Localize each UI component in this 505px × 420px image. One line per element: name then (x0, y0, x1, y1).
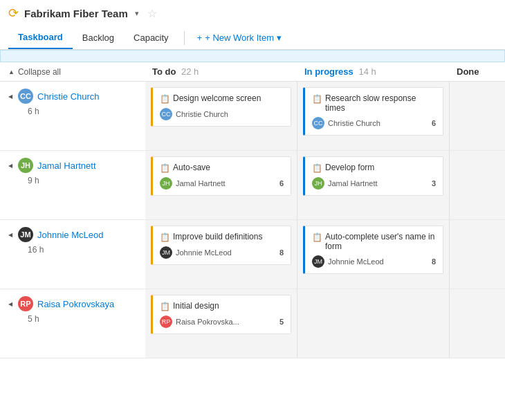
card-title: 📋 Improve build definitions (160, 232, 284, 242)
card-footer: JM Johnnie McLeod 8 (312, 255, 436, 268)
card-footer: RP Raisa Pokrovska... 5 (160, 316, 284, 328)
task-icon: 📋 (160, 302, 170, 311)
person-row-christie: ◀ CC Christie Church 6 h 📋 Design welcom… (0, 82, 505, 151)
card-footer: JH Jamal Hartnett 3 (312, 177, 436, 190)
todo-cell-raisa: 📋 Initial design RP Raisa Pokrovska... 5 (145, 289, 297, 358)
team-chevron-icon[interactable]: ▾ (135, 9, 139, 18)
card-title-text: Improve build definitions (173, 232, 262, 241)
assignee-avatar: JH (312, 177, 324, 190)
tab-backlog[interactable]: Backlog (73, 27, 124, 48)
person-name-raisa[interactable]: Raisa Pokrovskaya (37, 299, 114, 309)
inprogress-hours: 14 h (358, 66, 376, 77)
inprogress-cell-jamal: 📋 Develop form JH Jamal Hartnett 3 (297, 151, 450, 219)
new-work-item-label: + New Work Item (205, 33, 274, 43)
card-inprogress-jamal[interactable]: 📋 Develop form JH Jamal Hartnett 3 (303, 156, 443, 196)
assignee-name: Johnnie McLeod (328, 257, 384, 266)
person-expand-icon-raisa[interactable]: ◀ (8, 301, 12, 307)
card-title: 📋 Auto-complete user's name in form (312, 232, 436, 251)
person-name-christie[interactable]: Christie Church (37, 91, 100, 102)
todo-cell-jamal: 📋 Auto-save JH Jamal Hartnett 6 (145, 151, 297, 219)
task-icon: 📋 (312, 163, 322, 173)
person-cell-johnnie: ◀ JM Johnnie McLeod 16 h (0, 220, 145, 289)
team-icon: ⟳ (8, 6, 19, 21)
person-name-jamal[interactable]: Jamal Hartnett (37, 161, 96, 171)
done-cell-raisa (450, 289, 505, 358)
person-expand-icon-christie[interactable]: ◀ (8, 93, 12, 100)
person-avatar-raisa: RP (18, 296, 33, 311)
person-info-christie: ◀ CC Christie Church (8, 89, 137, 104)
board-header: ▲ Collapse all To do 22 h In progress 14… (0, 62, 505, 82)
person-row-johnnie: ◀ JM Johnnie McLeod 16 h 📋 Improve build… (0, 220, 505, 289)
card-footer: JM Johnnie McLeod 8 (160, 246, 284, 259)
inprogress-cell-christie: 📋 Research slow response times CC Christ… (297, 82, 450, 150)
collapse-all-label[interactable]: Collapse all (18, 67, 61, 77)
assignee-avatar: JM (312, 255, 324, 268)
assignee-name: Jamal Hartnett (176, 179, 226, 188)
card-title-text: Auto-save (173, 163, 210, 172)
assignee-name: Christie Church (176, 110, 228, 118)
card-title: 📋 Research slow response times (312, 93, 436, 113)
top-bar: ⟳ Fabrikam Fiber Team ▾ ☆ (0, 0, 505, 26)
card-hours: 5 (279, 318, 284, 326)
tab-taskboard[interactable]: Taskboard (8, 26, 73, 49)
person-hours-johnnie: 16 h (8, 245, 137, 255)
assignee-name: Jamal Hartnett (328, 179, 378, 188)
person-hours-raisa: 5 h (8, 314, 137, 324)
card-assignee: RP Raisa Pokrovska... (160, 316, 239, 328)
assignee-avatar: CC (312, 117, 324, 129)
card-assignee: CC Christie Church (160, 108, 228, 120)
card-footer: JH Jamal Hartnett 6 (160, 177, 284, 190)
task-icon: 📋 (160, 232, 170, 242)
card-todo-jamal[interactable]: 📋 Auto-save JH Jamal Hartnett 6 (151, 156, 291, 196)
person-expand-icon-johnnie[interactable]: ◀ (8, 232, 12, 238)
done-cell-christie (450, 82, 505, 150)
card-hours: 6 (279, 179, 284, 188)
task-icon: 📋 (160, 94, 170, 104)
card-assignee: JH Jamal Hartnett (312, 177, 378, 190)
col-header-done: Done (450, 62, 505, 81)
card-hours: 6 (432, 119, 436, 127)
person-info-johnnie: ◀ JM Johnnie McLeod (8, 227, 137, 242)
card-title-text: Initial design (173, 301, 219, 311)
task-icon: 📋 (160, 163, 170, 173)
nav-bar: Taskboard Backlog Capacity + + New Work … (0, 26, 505, 50)
info-bar (0, 50, 505, 62)
inprogress-cell-raisa (297, 289, 450, 358)
new-work-item-chevron-icon: ▾ (277, 33, 282, 43)
card-title-text: Research slow response times (325, 93, 436, 113)
person-cell-christie: ◀ CC Christie Church 6 h (0, 82, 145, 150)
card-inprogress-johnnie[interactable]: 📋 Auto-complete user's name in form JM J… (303, 226, 443, 274)
tab-capacity[interactable]: Capacity (124, 27, 178, 48)
favorite-star-icon[interactable]: ☆ (147, 7, 157, 20)
card-todo-raisa[interactable]: 📋 Initial design RP Raisa Pokrovska... 5 (151, 295, 291, 334)
card-todo-christie[interactable]: 📋 Design welcome screen CC Christie Chur… (151, 87, 291, 127)
card-hours: 8 (432, 257, 436, 266)
person-expand-icon-jamal[interactable]: ◀ (8, 163, 12, 169)
todo-cell-christie: 📋 Design welcome screen CC Christie Chur… (145, 82, 297, 150)
done-cell-johnnie (450, 220, 505, 289)
new-work-item-button[interactable]: + + New Work Item ▾ (190, 28, 288, 47)
collapse-all-cell[interactable]: ▲ Collapse all (0, 63, 145, 81)
person-name-johnnie[interactable]: Johnnie McLeod (37, 230, 103, 240)
card-title-text: Design welcome screen (173, 93, 261, 103)
card-title-text: Auto-complete user's name in form (325, 232, 436, 251)
person-row-jamal: ◀ JH Jamal Hartnett 9 h 📋 Auto-save JH J… (0, 151, 505, 220)
card-hours: 8 (279, 248, 284, 257)
card-todo-johnnie[interactable]: 📋 Improve build definitions JM Johnnie M… (151, 226, 291, 265)
card-inprogress-christie[interactable]: 📋 Research slow response times CC Christ… (303, 87, 443, 136)
assignee-name: Raisa Pokrovska... (176, 318, 239, 326)
person-info-raisa: ◀ RP Raisa Pokrovskaya (8, 296, 137, 311)
task-icon: 📋 (312, 94, 322, 104)
card-footer: CC Christie Church (160, 108, 284, 120)
person-cell-jamal: ◀ JH Jamal Hartnett 9 h (0, 151, 145, 219)
card-assignee: JM Johnnie McLeod (160, 246, 232, 259)
card-title: 📋 Auto-save (160, 163, 284, 173)
task-icon: 📋 (312, 232, 322, 242)
collapse-chevron-icon: ▲ (8, 69, 15, 75)
person-avatar-johnnie: JM (18, 227, 33, 242)
plus-icon: + (197, 33, 203, 43)
card-title-text: Develop form (325, 163, 374, 172)
todo-hours: 22 h (181, 66, 199, 77)
card-assignee: CC Christie Church (312, 117, 380, 129)
card-title: 📋 Initial design (160, 301, 284, 311)
